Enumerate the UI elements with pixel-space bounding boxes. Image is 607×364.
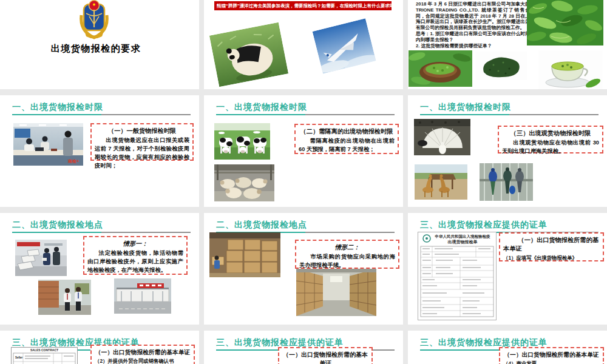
slide-documents-credit[interactable]: 三、出境货物报检应提供的证单 （一）出口货物报检所需的基本单证 （3）信用证 <box>204 331 403 364</box>
declaration-form-photo: 中华人民共和国出入境检验检疫 出境货物报检单 <box>418 232 497 320</box>
content-box: （一）出口货物报检所需的基本单证 （1）应填写《出境货物报检单》 <box>499 232 604 261</box>
warehouse-photo <box>209 232 280 277</box>
slide-time-limit-quarantine[interactable]: 一、出境货物报检时限 <box>204 95 403 207</box>
heading-underline <box>216 114 395 115</box>
warehouse-aisle-photo <box>296 269 376 316</box>
content-box: 情形一： 法定检验检疫货物，除活动物需由口岸检验检疫外，原则上应实施产地检验检疫… <box>83 236 188 275</box>
box-title: （一）一般货物报检时限 <box>95 127 189 135</box>
box-title: 情形一： <box>87 240 183 248</box>
airplane-photo <box>313 18 376 74</box>
ciq-emblem <box>76 0 112 39</box>
content-box: （一）出口货物报检所需的基本单证 （4）商业发票 <box>499 347 604 364</box>
question-banner: 熊猫“胖胖”漂洋过海去美国参加表演，需要报检吗？如需要，在报检时限上有什么要求吗… <box>214 1 392 10</box>
heading-underline <box>420 114 599 115</box>
box-title: （三）出境观赏动物报检时限 <box>502 129 599 138</box>
heading-underline <box>12 114 191 115</box>
case-think-1: 思考：1. 浙江华耀进出口有限公司王华应该在什么时间内到哪里去报检？ <box>416 31 530 43</box>
slide-documents-form[interactable]: 三、出境货物报检应提供的证单 中华人民共和国出入境检验检疫 出境货物报检单 <box>408 213 607 325</box>
content-box: （一）出口货物报检所需的基本单证 （2）并提供外贸合同或销售确认书 <box>90 345 195 364</box>
box-title: （一）出口货物报检所需的基本单证 <box>503 236 600 253</box>
tea-bowl-photo <box>409 50 472 87</box>
photo-watermark: 南检+ <box>68 158 79 164</box>
giraffes-photo <box>415 164 467 200</box>
slide-case-panda[interactable]: 熊猫“胖胖”漂洋过海去美国参加表演，需要报检吗？如需要，在报检时限上有什么要求吗… <box>204 0 403 89</box>
slide-case-tea[interactable]: 2018 年 3 月 6 日浙江华耀进出口有限公司与加拿大的 TRIONE TR… <box>408 0 607 89</box>
box-body: 法定检验检疫货物，除活动物需由口岸检验检疫外，原则上应实施产地检验检疫，在产地海… <box>87 249 183 275</box>
section-heading: 一、出境货物报检时限 <box>420 102 597 113</box>
terminal-photo <box>114 278 171 314</box>
slide-title[interactable]: 出境货物报检的要求 <box>0 0 199 89</box>
box-body: 需隔离检疫的出境动物在出境前 60 天预报，隔离前 7 天报检； <box>299 137 395 154</box>
contract-title-text: SALES CONTRACT <box>30 348 58 352</box>
tea-cup-photo <box>538 50 603 89</box>
content-box: （三）出境观赏动物报检时限 出境观赏动物应在动物出境前 30 天到出境口岸海关报… <box>498 126 603 153</box>
cows-photo <box>214 123 270 160</box>
case-text: 2018 年 3 月 6 日浙江华耀进出口有限公司与加拿大的 TRIONE TR… <box>416 1 530 49</box>
tea-leaves-photo <box>527 0 603 46</box>
box-body: （4）商业发票 <box>503 360 600 364</box>
contract-doc-photo: SALES CONTRACT Seller Buyer <box>11 347 78 364</box>
sheep-photo <box>214 164 274 201</box>
slide-documents-contract[interactable]: 三、出境货物报检应提供的证单 SALES CONTRACT Seller Buy… <box>0 331 199 364</box>
box-body: 出境货物最迟应在出口报关或装运前 7 天报检，对于个别检验检疫周期较长的货物，应… <box>95 136 189 170</box>
section-heading: 三、出境货物报检应提供的证单 <box>420 220 597 231</box>
box-body: （2）并提供外贸合同或销售确认书 <box>95 357 191 364</box>
case-paragraph: 2018 年 3 月 6 日浙江华耀进出口有限公司与加拿大的 TRIONE TR… <box>416 1 530 31</box>
inspection-boxes-photo <box>15 240 67 276</box>
officers-photo <box>38 280 91 315</box>
box-title: （一）出口货物报检所需的基本单证 <box>95 348 191 356</box>
slide-time-limit-general[interactable]: 一、出境货物报检时限 南检+ （一）一般货物报检时限 <box>0 95 199 207</box>
panda-photo <box>209 22 288 87</box>
peacocks-photo <box>480 163 533 201</box>
box-body: 市场采购的货物应向采购地的海关办理报检手续。 <box>299 253 395 270</box>
form-title-text: 出境货物报检单 <box>448 239 478 244</box>
contract-seller-label: Seller <box>15 356 23 359</box>
slide-documents-invoice[interactable]: 三、出境货物报检应提供的证单 （一）出口货物报检所需的基本单证 （4）商业发票 <box>408 331 607 364</box>
page-title: 出境货物报检的要求 <box>0 43 192 55</box>
box-body: 出境观赏动物应在动物出境前 30 天到出境口岸海关报检。 <box>502 139 599 156</box>
box-title: （一）出口货物报检所需的基本单证 <box>282 351 368 364</box>
box-title: （二）需隔离的出境动物报检时限 <box>299 127 395 136</box>
slide-place-case2[interactable]: 二、出境货物报检地点 情形二： 市场采购的货物应向采购地的海关办理报检手续。 <box>204 213 403 325</box>
slide-grid: 出境货物报检的要求 熊猫“胖胖”漂洋过海去美国参加表演，需要报检吗？如需要，在报… <box>0 0 607 364</box>
section-heading: 一、出境货物报检时限 <box>216 102 393 113</box>
white-peacock-photo <box>414 119 470 155</box>
dried-tea-photo <box>475 52 527 80</box>
case-think-2: 2. 这批货物报检需要提供哪些证单？ <box>416 43 530 49</box>
box-body: （1）应填写《出境货物报检单》 <box>503 254 600 262</box>
content-box: （一）一般货物报检时限 出境货物最迟应在出口报关或装运前 7 天报检，对于个别检… <box>90 123 194 161</box>
box-title: 情形二： <box>299 243 395 252</box>
slide-time-limit-ornamental[interactable]: 一、出境货物报检时限 （三）出境观赏动物报检时限 出境观赏动物应在动物出境前 3… <box>408 95 607 207</box>
content-box: 情形二： 市场采购的货物应向采购地的海关办理报检手续。 <box>295 240 399 269</box>
content-box: （一）出口货物报检所需的基本单证 （3）信用证 <box>278 347 373 364</box>
section-heading: 二、出境货物报检地点 <box>12 220 189 231</box>
section-heading: 二、出境货物报检地点 <box>216 220 393 231</box>
box-title: （一）出口货物报检所需的基本单证 <box>503 351 600 359</box>
form-org-text: 中华人民共和国出入境检验检疫 <box>435 234 491 239</box>
heading-underline <box>12 232 191 233</box>
content-box: （二）需隔离的出境动物报检时限 需隔离检疫的出境动物在出境前 60 天预报，隔离… <box>294 124 399 154</box>
slide-place-case1[interactable]: 二、出境货物报检地点 情形一： 法定检验检疫货物，除活动物需由 <box>0 213 199 325</box>
section-heading: 一、出境货物报检时限 <box>12 102 189 113</box>
